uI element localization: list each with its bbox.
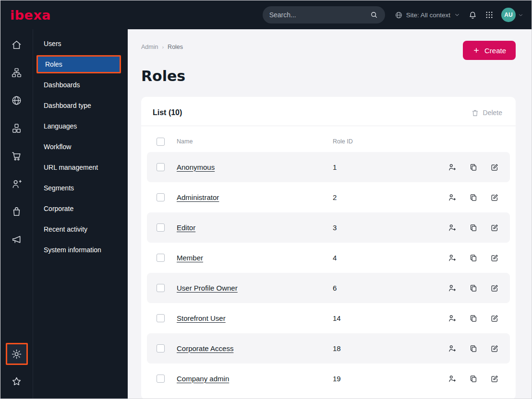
edit-role-button[interactable] (490, 283, 499, 293)
globe-icon (395, 11, 403, 19)
role-name-link[interactable]: Company admin (177, 375, 229, 383)
edit-icon (490, 375, 499, 383)
topbar-right: Site: All context AU (395, 8, 524, 22)
shopping-bag-icon (11, 206, 22, 217)
rail-product-catalog-button[interactable] (5, 117, 28, 140)
megaphone-icon (11, 234, 22, 245)
edit-icon (490, 254, 499, 262)
edit-role-button[interactable] (490, 374, 499, 384)
row-checkbox[interactable] (157, 254, 165, 262)
edit-icon (490, 163, 499, 172)
sidebar-item-dashboards[interactable]: Dashboards (33, 74, 128, 95)
sidebar-item-users[interactable]: Users (33, 33, 128, 54)
home-icon (11, 39, 22, 50)
role-name-link[interactable]: Member (177, 254, 203, 262)
assign-role-button[interactable] (447, 223, 457, 233)
copy-role-button[interactable] (469, 163, 478, 172)
site-context-selector[interactable]: Site: All context (395, 11, 460, 19)
rail-home-button[interactable] (5, 33, 28, 56)
copy-role-button[interactable] (469, 193, 478, 202)
rail-commerce-button[interactable] (5, 144, 28, 167)
user-menu[interactable]: AU (501, 8, 524, 22)
edit-role-button[interactable] (490, 314, 499, 323)
create-button[interactable]: Create (463, 41, 516, 60)
role-id-cell: 3 (333, 223, 438, 232)
row-checkbox[interactable] (157, 223, 165, 232)
edit-role-button[interactable] (490, 253, 499, 263)
sidebar-item-dashboard-type[interactable]: Dashboard type (33, 95, 128, 116)
apps-menu-button[interactable] (485, 11, 494, 19)
assign-user-icon (448, 314, 457, 323)
product-catalog-icon (11, 123, 22, 134)
assign-user-icon (448, 375, 457, 383)
assign-role-button[interactable] (447, 283, 457, 293)
sidebar-item-url-management[interactable]: URL management (33, 157, 128, 177)
table-row: Corporate Access 18 (147, 333, 510, 364)
role-name-link[interactable]: Corporate Access (177, 344, 233, 352)
edit-role-button[interactable] (490, 163, 499, 172)
rail-content-tree-button[interactable] (5, 61, 28, 84)
sidebar-item-roles[interactable]: Roles (36, 55, 121, 73)
apps-grid-icon (485, 11, 494, 19)
assign-role-button[interactable] (447, 253, 457, 263)
assign-role-button[interactable] (447, 163, 457, 172)
row-checkbox[interactable] (157, 375, 165, 383)
roles-table-body: Anonymous 1 Administrator 2 (147, 152, 510, 394)
rail-marketing-button[interactable] (5, 228, 28, 251)
assign-role-button[interactable] (447, 344, 457, 353)
sidebar-item-recent-activity[interactable]: Recent activity (33, 219, 128, 239)
role-name-link[interactable]: Anonymous (177, 163, 215, 171)
assign-role-button[interactable] (447, 193, 457, 202)
rail-orders-button[interactable] (5, 200, 28, 223)
copy-role-button[interactable] (469, 314, 478, 323)
row-checkbox[interactable] (157, 344, 165, 352)
role-id-cell: 1 (333, 163, 438, 171)
row-checkbox[interactable] (157, 163, 165, 171)
app-body: Users Roles Dashboards Dashboard type La… (0, 29, 532, 399)
sidebar-item-languages[interactable]: Languages (33, 116, 128, 136)
copy-role-button[interactable] (469, 344, 478, 353)
assign-role-button[interactable] (447, 314, 457, 323)
copy-role-button[interactable] (469, 374, 478, 384)
row-checkbox[interactable] (157, 193, 165, 201)
edit-role-button[interactable] (490, 344, 499, 353)
row-checkbox[interactable] (157, 314, 165, 322)
notifications-button[interactable] (468, 11, 477, 20)
search-icon[interactable] (370, 11, 378, 19)
ibexa-logo[interactable]: ibexa (10, 8, 51, 23)
copy-role-button[interactable] (469, 283, 478, 293)
delete-button[interactable]: Delete (471, 109, 502, 117)
app-window: ibexa Site: All context AU (0, 0, 532, 399)
rail-customers-button[interactable] (5, 172, 28, 195)
rail-bookmarks-button[interactable] (5, 370, 28, 393)
column-header-name: Name (172, 138, 333, 145)
gear-icon (11, 349, 22, 360)
edit-role-button[interactable] (490, 223, 499, 233)
main-content: Admin › Roles Create Roles List (10) Del… (128, 29, 532, 399)
search-input[interactable] (269, 11, 366, 19)
role-name-link[interactable]: Storefront User (177, 314, 226, 322)
sidebar-item-system-information[interactable]: System information (33, 239, 128, 260)
edit-icon (490, 223, 499, 232)
role-name-link[interactable]: Administrator (177, 193, 219, 201)
role-name-link[interactable]: Editor (177, 223, 195, 232)
list-title: List (10) (153, 108, 182, 117)
edit-role-button[interactable] (490, 193, 499, 202)
column-header-role-id: Role ID (333, 138, 438, 145)
sidebar-item-segments[interactable]: Segments (33, 177, 128, 198)
copy-role-button[interactable] (469, 253, 478, 263)
breadcrumb-admin[interactable]: Admin (141, 44, 158, 50)
sidebar-item-workflow[interactable]: Workflow (33, 136, 128, 157)
copy-icon (469, 314, 478, 323)
trash-icon (471, 109, 479, 117)
rail-admin-settings-button[interactable] (6, 343, 28, 365)
edit-icon (490, 344, 499, 353)
rail-site-button[interactable] (5, 89, 28, 112)
assign-role-button[interactable] (447, 374, 457, 384)
select-all-checkbox[interactable] (157, 138, 165, 146)
copy-icon (469, 375, 478, 383)
copy-role-button[interactable] (469, 223, 478, 233)
role-name-link[interactable]: User Profile Owner (177, 284, 238, 292)
sidebar-item-corporate[interactable]: Corporate (33, 198, 128, 219)
row-checkbox[interactable] (157, 284, 165, 292)
